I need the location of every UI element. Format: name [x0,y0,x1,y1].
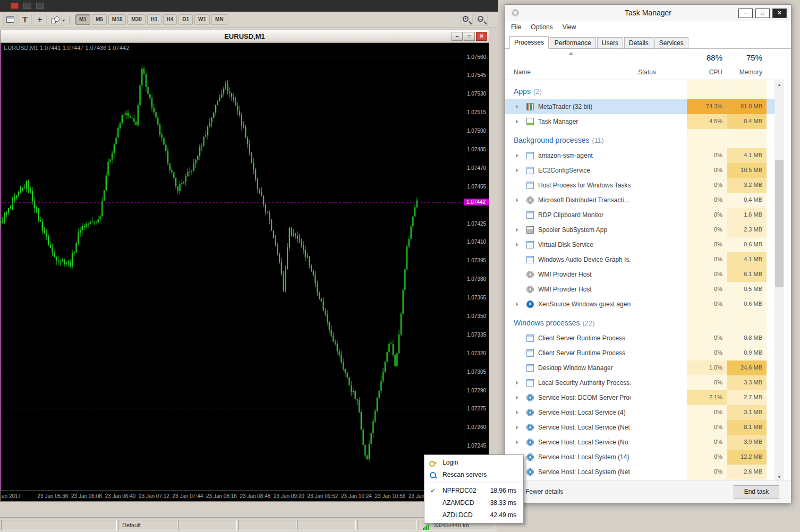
memory-cell: 81.0 MB [727,99,767,114]
expand-arrow-icon[interactable] [516,425,518,430]
window-icon [526,256,534,263]
zoom-in-button[interactable] [460,14,473,26]
expand-arrow-icon[interactable] [516,153,518,158]
tab-processes[interactable]: Processes [509,36,549,49]
chart-window-titlebar[interactable]: EURUSD,M1 [1,30,489,43]
process-row[interactable]: MetaTrader (32 bit)74.3%81.0 MB [505,99,775,114]
dropdown-arrow-icon[interactable]: ▾ [63,18,65,23]
expand-arrow-icon[interactable] [516,119,518,124]
server-item[interactable]: AZDLDCD42.49 ms [424,509,523,521]
column-memory[interactable]: Memory [716,68,762,76]
tab-users[interactable]: Users [597,37,623,48]
end-task-button[interactable]: End task [734,485,779,499]
restore-button[interactable] [464,32,475,41]
timeframe-button-w1[interactable]: W1 [194,14,210,25]
process-row[interactable]: Service Host: Local System (Net...0%2.6 … [505,465,775,479]
timeframe-button-d1[interactable]: D1 [178,14,193,25]
chart-area[interactable]: EURUSD,M1 1.07441 1.07447 1.07436 1.0744… [1,43,489,501]
toolbar-icon[interactable] [36,3,44,9]
minimize-button[interactable] [738,8,753,18]
shapes-tool-button[interactable] [48,14,62,26]
timeframe-button-mn[interactable]: MN [211,14,227,25]
tab-details[interactable]: Details [624,37,653,48]
task-manager-titlebar[interactable]: Task Manager [505,5,791,21]
timeframe-button-h4[interactable]: H4 [163,14,177,25]
time-axis[interactable]: an 201723 Jan 05:3623 Jan 06:0823 Jan 06… [1,490,464,501]
minimize-button[interactable] [452,32,463,41]
close-button[interactable] [772,8,787,18]
menu-options[interactable]: Options [526,22,557,32]
group-header[interactable]: Apps(2) [505,83,775,99]
column-status[interactable]: Status [638,68,656,76]
chart-window-tool-button[interactable] [3,14,17,26]
timeframe-button-m15[interactable]: M15 [108,14,126,25]
process-row[interactable]: Service Host: Local Service (No ...0%3.9… [505,435,775,450]
expand-arrow-icon[interactable] [516,198,518,202]
timeframe-button-h1[interactable]: H1 [147,14,161,25]
service-icon [526,424,534,431]
scrollbar[interactable] [775,80,784,482]
process-row[interactable]: EC2ConfigService0%10.5 MB [505,163,775,178]
expand-arrow-icon[interactable] [516,381,518,385]
close-button[interactable] [476,32,487,41]
timeframe-button-m5[interactable]: M5 [92,14,107,25]
maximize-button[interactable] [755,8,770,18]
stop-icon[interactable] [11,3,19,9]
expand-arrow-icon[interactable] [516,168,518,173]
process-row[interactable]: Service Host: Local Service (Net...0%8.1… [505,420,775,435]
toolbar-icon[interactable] [23,3,31,9]
process-row[interactable]: RDP Clipboard Monitor0%1.6 MB [505,208,775,222]
process-row[interactable]: Virtual Disk Service0%0.6 MB [505,237,775,252]
process-row[interactable]: Windows Audio Device Graph Is...0%4.1 MB [505,252,775,267]
process-row[interactable]: amazon-ssm-agent0%4.1 MB [505,148,775,163]
candlestick-plot[interactable] [1,43,464,490]
process-row[interactable]: Desktop Window Manager1.0%24.6 MB [505,361,775,375]
process-row[interactable]: Local Security Authority Process...0%3.3… [505,375,775,390]
server-item[interactable]: AZAMDCD38.33 ms [424,497,523,509]
expand-arrow-icon[interactable] [516,440,518,444]
scroll-up-icon[interactable] [775,80,784,89]
process-row[interactable]: Spooler SubSystem App0%2.3 MB [505,222,775,237]
process-row[interactable]: Service Host: Local Service (4)0%3.1 MB [505,405,775,420]
process-row[interactable]: Microsoft Distributed Transacti...0%0.4 … [505,193,775,208]
process-row[interactable]: WMI Provider Host0%6.1 MB [505,267,775,282]
expand-arrow-icon[interactable] [516,243,518,247]
tab-performance[interactable]: Performance [550,37,596,48]
service-icon [526,439,534,446]
timeframe-button-m1[interactable]: M1 [75,14,90,25]
group-header[interactable]: Windows processes(22) [505,315,775,331]
menu-view[interactable]: View [558,22,581,32]
menu-item-login[interactable]: Login [424,457,523,469]
scrollbar-thumb[interactable] [775,160,784,287]
process-row[interactable]: Client Server Runtime Process0%0.8 MB [505,331,775,346]
process-row[interactable]: Task Manager4.5%8.4 MB [505,114,775,129]
memory-cell: 0.6 MB [727,237,767,252]
process-row[interactable]: ×XenSource Windows guest agent0%0.6 MB [505,297,775,312]
timeframe-button-m30[interactable]: M30 [127,14,145,25]
process-row[interactable]: Service Host: Local System (14)0%12.2 MB [505,450,775,465]
tab-services[interactable]: Services [654,37,688,48]
expand-arrow-icon[interactable] [516,396,518,400]
profile-cell[interactable]: Default [118,520,177,530]
process-row[interactable]: Host Process for Windows Tasks0%3.2 MB [505,178,775,193]
menu-item-rescan-servers[interactable]: Rescan servers [424,469,523,481]
column-name[interactable]: Name [514,68,531,76]
expand-arrow-icon[interactable] [516,410,518,415]
process-row[interactable]: Client Server Runtime Process0%0.9 MB [505,346,775,361]
price-axis[interactable]: 1.075601.075451.075301.075151.075001.074… [464,43,489,490]
server-item[interactable]: NPFRDC0218.96 ms [424,485,523,497]
process-row[interactable]: WMI Provider Host0%0.5 MB [505,282,775,297]
expand-arrow-icon[interactable] [516,105,518,109]
expand-arrow-icon[interactable] [516,302,518,306]
group-header[interactable]: Background processes(11) [505,132,775,148]
cpu-cell: 0% [687,405,727,420]
time-axis-label: 23 Jan 10:24 [341,493,372,499]
price-axis-label: 1.07425 [467,221,486,227]
menu-file[interactable]: File [506,22,526,32]
text-tool-button[interactable] [18,14,32,26]
zoom-out-button[interactable] [475,14,488,26]
crosshair-tool-button[interactable] [33,14,47,26]
cpu-cell: 0% [687,237,727,252]
process-row[interactable]: Service Host: DCOM Server Proc...2.1%2.7… [505,390,775,405]
expand-arrow-icon[interactable] [516,228,518,232]
